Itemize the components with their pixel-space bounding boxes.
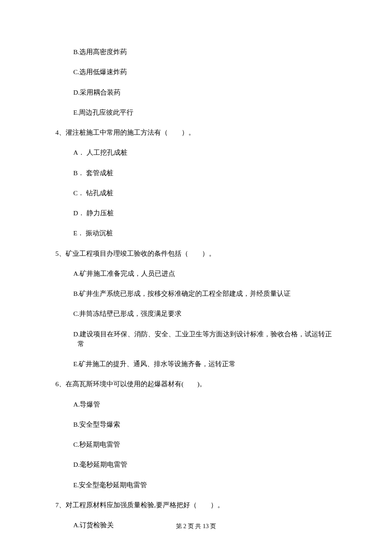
q7-stem: 7、对工程原材料应加强质量检验,要严格把好（ ）。 bbox=[55, 500, 337, 510]
q3-option-e: E.周边孔应彼此平行 bbox=[73, 107, 337, 117]
q6-option-c: C.秒延期电雷管 bbox=[73, 439, 337, 449]
q5-option-c: C.井筒冻结壁已形成，强度满足要求 bbox=[73, 309, 337, 318]
q4-option-d: D． 静力压桩 bbox=[73, 208, 337, 218]
q3-option-b: B.选用高密度炸药 bbox=[73, 47, 337, 57]
q4-stem: 4、灌注桩施工中常用的施工方法有（ ）。 bbox=[55, 127, 337, 137]
q4-option-a: A． 人工挖孔成桩 bbox=[73, 147, 337, 157]
q6-option-b: B.安全型导爆索 bbox=[73, 419, 337, 429]
q6-option-d: D.毫秒延期电雷管 bbox=[73, 460, 337, 469]
q6-stem: 6、在高瓦斯环境中可以使用的起爆器材有( )。 bbox=[55, 379, 337, 389]
q5-option-b: B.矿井生产系统已形成，按移交标准确定的工程全部建成，并经质量认证 bbox=[73, 289, 337, 298]
q5-stem: 5、矿业工程项目办理竣工验收的条件包括（ ）。 bbox=[55, 249, 337, 258]
q5-option-d-text: D.建设项目在环保、消防、安全、工业卫生等方面达到设计标准，验收合格，试运转正常 bbox=[55, 330, 332, 347]
q5-option-a: A.矿井施工准备完成，人员已进点 bbox=[73, 269, 337, 278]
q3-option-c: C.选用低爆速炸药 bbox=[73, 67, 337, 77]
q4-option-c: C． 钻孔成桩 bbox=[73, 188, 337, 198]
q4-option-b: B． 套管成桩 bbox=[73, 168, 337, 178]
q6-option-a: A.导爆管 bbox=[73, 399, 337, 409]
page-footer: 第 2 页 共 13 页 bbox=[0, 523, 392, 530]
q3-option-d: D.采用耦合装药 bbox=[73, 87, 337, 97]
page-content: B.选用高密度炸药 C.选用低爆速炸药 D.采用耦合装药 E.周边孔应彼此平行 … bbox=[0, 0, 392, 530]
q5-option-e: E.矿井施工的提升、通风、排水等设施齐备，运转正常 bbox=[73, 359, 337, 369]
q4-option-e: E． 振动沉桩 bbox=[73, 228, 337, 238]
q6-option-e: E.安全型毫秒延期电雷管 bbox=[73, 480, 337, 490]
q5-option-d: D.建设项目在环保、消防、安全、工业卫生等方面达到设计标准，验收合格，试运转正常 bbox=[55, 329, 337, 349]
